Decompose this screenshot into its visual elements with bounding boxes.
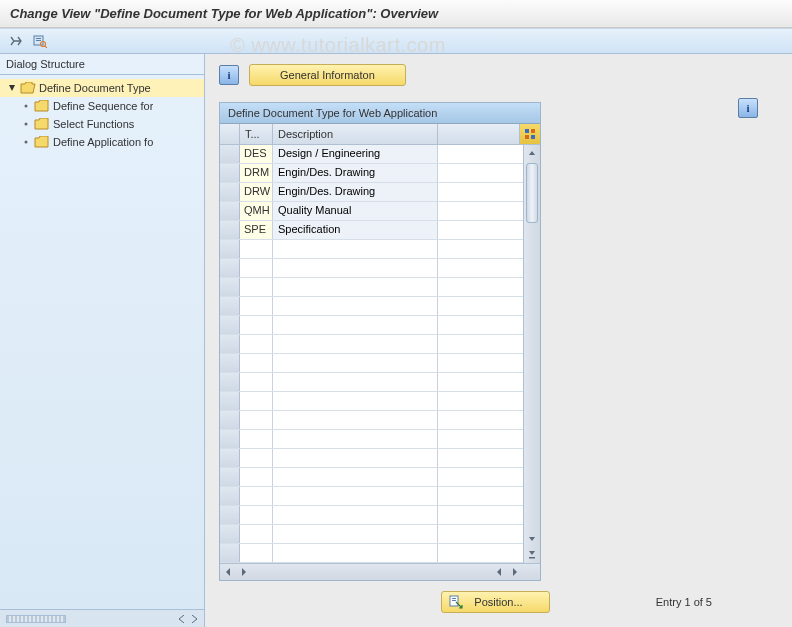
cell-description[interactable] [273, 316, 438, 334]
cell-type[interactable] [240, 316, 273, 334]
info-icon[interactable]: i [738, 98, 758, 118]
cell-type[interactable]: QMH [240, 202, 273, 220]
table-row[interactable] [220, 373, 523, 392]
tree-item[interactable]: Define Document Type [0, 79, 204, 97]
cell-description[interactable]: Specification [273, 221, 438, 239]
table-row[interactable] [220, 354, 523, 373]
row-selector[interactable] [220, 164, 240, 182]
cell-type[interactable] [240, 297, 273, 315]
cell-description[interactable]: Engin/Des. Drawing [273, 164, 438, 182]
row-selector[interactable] [220, 449, 240, 467]
cell-type[interactable] [240, 487, 273, 505]
scroll-down-icon[interactable] [524, 531, 540, 547]
general-information-button[interactable]: General Informaton [249, 64, 406, 86]
scroll-left-icon[interactable] [491, 564, 507, 580]
cell-type[interactable] [240, 392, 273, 410]
cell-type[interactable] [240, 335, 273, 353]
cell-type[interactable]: DRM [240, 164, 273, 182]
horizontal-scrollbar[interactable] [220, 563, 540, 580]
cell-description[interactable] [273, 468, 438, 486]
row-selector[interactable] [220, 487, 240, 505]
row-selector[interactable] [220, 373, 240, 391]
table-row[interactable] [220, 544, 523, 563]
cell-type[interactable] [240, 525, 273, 543]
cell-type[interactable] [240, 259, 273, 277]
sidebar-resize-handle[interactable] [6, 615, 66, 623]
cell-type[interactable] [240, 506, 273, 524]
cell-type[interactable] [240, 373, 273, 391]
cell-type[interactable] [240, 430, 273, 448]
row-selector[interactable] [220, 316, 240, 334]
scroll-left-icon[interactable] [178, 615, 186, 623]
cell-description[interactable] [273, 525, 438, 543]
table-row[interactable] [220, 316, 523, 335]
cell-description[interactable]: Quality Manual [273, 202, 438, 220]
scrollbar-track[interactable] [524, 161, 540, 531]
scroll-down-end-icon[interactable] [524, 547, 540, 563]
table-row[interactable] [220, 259, 523, 278]
table-row[interactable] [220, 392, 523, 411]
row-selector[interactable] [220, 145, 240, 163]
cell-description[interactable] [273, 487, 438, 505]
row-selector[interactable] [220, 354, 240, 372]
row-selector[interactable] [220, 259, 240, 277]
row-selector[interactable] [220, 240, 240, 258]
row-selector[interactable] [220, 430, 240, 448]
cell-type[interactable] [240, 411, 273, 429]
cell-description[interactable] [273, 259, 438, 277]
cell-type[interactable] [240, 278, 273, 296]
scroll-right-icon[interactable] [507, 564, 523, 580]
cell-type[interactable] [240, 449, 273, 467]
scroll-right-icon[interactable] [190, 615, 198, 623]
cell-description[interactable] [273, 354, 438, 372]
cell-description[interactable] [273, 449, 438, 467]
cell-type[interactable]: DES [240, 145, 273, 163]
cell-description[interactable] [273, 392, 438, 410]
scrollbar-thumb[interactable] [526, 163, 538, 223]
row-selector[interactable] [220, 297, 240, 315]
cell-description[interactable] [273, 430, 438, 448]
row-selector[interactable] [220, 411, 240, 429]
table-row[interactable]: SPESpecification [220, 221, 523, 240]
table-row[interactable] [220, 297, 523, 316]
row-selector[interactable] [220, 335, 240, 353]
cell-description[interactable] [273, 373, 438, 391]
cell-description[interactable] [273, 544, 438, 562]
cell-description[interactable] [273, 278, 438, 296]
table-row[interactable]: DESDesign / Engineering [220, 145, 523, 164]
table-row[interactable] [220, 240, 523, 259]
table-row[interactable]: DRMEngin/Des. Drawing [220, 164, 523, 183]
row-selector[interactable] [220, 221, 240, 239]
select-all-header[interactable] [220, 124, 240, 144]
cell-type[interactable] [240, 468, 273, 486]
cell-description[interactable] [273, 411, 438, 429]
cell-type[interactable]: DRW [240, 183, 273, 201]
table-row[interactable] [220, 525, 523, 544]
table-row[interactable] [220, 506, 523, 525]
cell-description[interactable]: Engin/Des. Drawing [273, 183, 438, 201]
table-row[interactable] [220, 468, 523, 487]
toggle-view-icon[interactable] [6, 32, 26, 50]
row-selector[interactable] [220, 392, 240, 410]
cell-type[interactable] [240, 240, 273, 258]
table-row[interactable] [220, 430, 523, 449]
tree-item[interactable]: Select Functions [0, 115, 204, 133]
row-selector[interactable] [220, 278, 240, 296]
row-selector[interactable] [220, 468, 240, 486]
table-row[interactable] [220, 487, 523, 506]
position-button[interactable]: Position... [441, 591, 549, 613]
table-row[interactable]: QMHQuality Manual [220, 202, 523, 221]
table-row[interactable] [220, 411, 523, 430]
cell-description[interactable] [273, 335, 438, 353]
vertical-scrollbar[interactable] [523, 145, 540, 563]
cell-description[interactable] [273, 506, 438, 524]
cell-description[interactable] [273, 240, 438, 258]
scroll-left-icon[interactable] [220, 564, 236, 580]
scroll-up-icon[interactable] [524, 145, 540, 161]
tree-item[interactable]: Define Application fo [0, 133, 204, 151]
scroll-right-icon[interactable] [236, 564, 252, 580]
row-selector[interactable] [220, 525, 240, 543]
search-entries-icon[interactable] [30, 32, 50, 50]
column-header-type[interactable]: T... [240, 124, 273, 144]
tree-expand-icon[interactable] [6, 82, 18, 94]
